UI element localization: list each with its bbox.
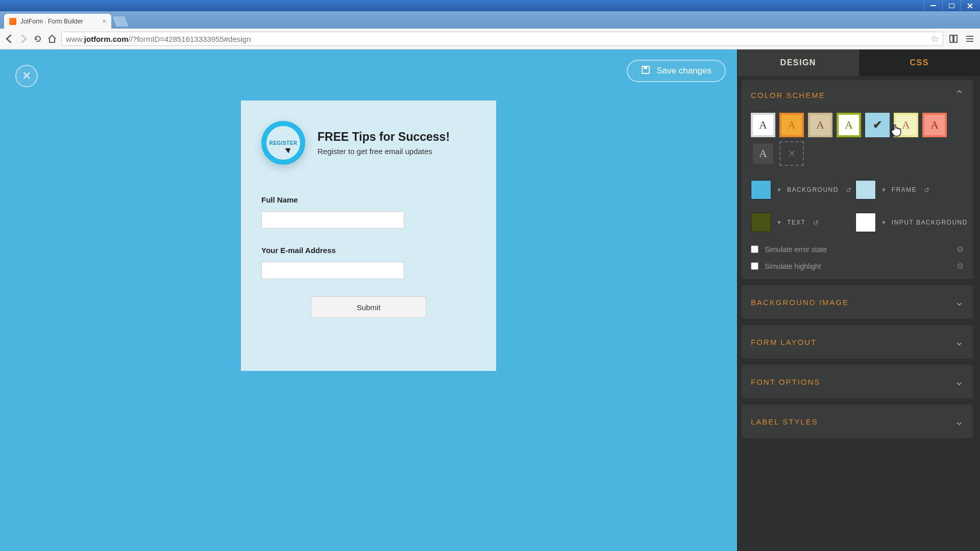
- menu-icon[interactable]: [964, 33, 976, 45]
- color-label: TEXT: [787, 219, 806, 226]
- tab-design[interactable]: DESIGN: [738, 49, 859, 76]
- form-preview-wrap: Feedback ✕ Save changes REGISTER FREE Ti…: [0, 49, 737, 551]
- submit-button[interactable]: Submit: [311, 296, 426, 318]
- bookmark-star-icon[interactable]: ☆: [930, 33, 939, 44]
- chevron-down-icon[interactable]: ▼: [776, 187, 782, 193]
- simulate-highlight-label: Simulate highlight: [765, 262, 950, 270]
- form-frame: REGISTER FREE Tips for Success! Register…: [241, 101, 496, 371]
- section-header-color-scheme[interactable]: COLOR SCHEME ⌃: [751, 88, 964, 102]
- color-scheme-swatch[interactable]: A: [894, 113, 918, 137]
- color-chip-background[interactable]: [751, 180, 771, 199]
- address-bar[interactable]: www.jotform.com//?formID=42851613333955#…: [61, 32, 943, 46]
- reload-button[interactable]: [33, 34, 43, 44]
- color-scheme-swatches: AAAAAAA✕: [751, 113, 964, 166]
- color-scheme-swatch[interactable]: A: [837, 113, 861, 137]
- chevron-up-icon: ⌃: [954, 88, 964, 102]
- close-designer-button[interactable]: ✕: [15, 65, 38, 87]
- color-scheme-swatch-selected[interactable]: [865, 113, 890, 137]
- color-input-bg-row: ▼ INPUT BACKGROUND: [855, 213, 968, 232]
- color-text-row: ▼ TEXT ↺: [751, 213, 851, 232]
- color-scheme-swatch[interactable]: A: [922, 113, 947, 137]
- tab-css[interactable]: CSS: [859, 49, 981, 76]
- color-chip-frame[interactable]: [855, 180, 876, 199]
- color-frame-row: ▼ FRAME ↺: [855, 180, 968, 199]
- chevron-down-icon[interactable]: ▼: [881, 187, 887, 193]
- save-changes-button[interactable]: Save changes: [627, 60, 726, 82]
- tab-close-icon[interactable]: ×: [102, 17, 106, 25]
- checkbox-simulate-error[interactable]: [751, 245, 758, 253]
- section-title: FORM LAYOUT: [751, 338, 817, 346]
- checkbox-simulate-highlight[interactable]: [751, 262, 758, 270]
- save-icon: [641, 65, 650, 77]
- field-email: Your E-mail Address: [261, 246, 476, 279]
- gear-icon[interactable]: ⚙: [957, 244, 964, 254]
- section-form-layout[interactable]: FORM LAYOUT ⌄: [742, 325, 973, 359]
- color-label: BACKGROUND: [787, 186, 839, 193]
- chevron-down-icon[interactable]: ▼: [776, 219, 782, 226]
- reset-icon[interactable]: ↺: [924, 186, 929, 194]
- back-button[interactable]: [4, 34, 14, 44]
- field-full-name: Full Name: [261, 195, 476, 229]
- section-font-options[interactable]: FONT OPTIONS ⌄: [742, 365, 973, 398]
- form-subtitle: Register to get free email updates: [317, 147, 450, 156]
- color-chip-text[interactable]: [751, 213, 771, 232]
- color-background-row: ▼ BACKGROUND ↺: [751, 180, 851, 199]
- url-host: jotform.com: [84, 35, 129, 43]
- color-label: FRAME: [892, 186, 917, 193]
- gear-icon[interactable]: ⚙: [957, 261, 964, 271]
- form-title: FREE Tips for Success!: [317, 130, 450, 144]
- home-button[interactable]: [47, 34, 57, 44]
- save-label: Save changes: [656, 66, 712, 76]
- simulate-error-row: Simulate error state ⚙: [751, 244, 964, 254]
- section-color-scheme: COLOR SCHEME ⌃ AAAAAAA✕ ▼ BACKGROUND ↺ ▼…: [742, 80, 973, 279]
- reset-icon[interactable]: ↺: [813, 219, 819, 227]
- color-controls: ▼ BACKGROUND ↺ ▼ FRAME ↺ ▼ TEXT ↺: [751, 180, 964, 232]
- url-prefix: www.: [66, 35, 84, 43]
- os-titlebar: [0, 0, 980, 11]
- simulate-error-label: Simulate error state: [765, 245, 950, 254]
- color-scheme-swatch[interactable]: A: [779, 113, 804, 137]
- window-minimize-button[interactable]: [924, 0, 942, 11]
- color-scheme-swatch[interactable]: A: [751, 113, 775, 137]
- new-tab-button[interactable]: [112, 16, 128, 27]
- reset-icon[interactable]: ↺: [846, 186, 851, 194]
- window-maximize-button[interactable]: [942, 0, 961, 11]
- form-preview-canvas[interactable]: ✕ Save changes REGISTER FREE Tips for Su…: [0, 49, 737, 551]
- color-scheme-swatch[interactable]: A: [808, 113, 832, 137]
- section-label-styles[interactable]: LABEL STYLES ⌄: [742, 405, 973, 438]
- form-header: REGISTER FREE Tips for Success! Register…: [261, 121, 476, 165]
- svg-rect-5: [644, 66, 647, 69]
- color-chip-input-bg[interactable]: [855, 213, 876, 232]
- register-badge: REGISTER: [261, 121, 305, 165]
- label-email: Your E-mail Address: [261, 246, 476, 255]
- color-label: INPUT BACKGROUND: [892, 219, 968, 226]
- section-title: BACKGROUND IMAGE: [751, 298, 849, 307]
- svg-rect-2: [950, 35, 953, 42]
- chevron-down-icon: ⌄: [954, 415, 964, 428]
- color-scheme-swatch[interactable]: A: [751, 141, 775, 166]
- label-full-name: Full Name: [261, 195, 476, 204]
- input-email[interactable]: [261, 262, 404, 279]
- svg-rect-1: [949, 4, 954, 8]
- extensions-icon[interactable]: [947, 33, 960, 45]
- app-content: Feedback ✕ Save changes REGISTER FREE Ti…: [0, 49, 980, 551]
- window-close-button[interactable]: [961, 0, 979, 11]
- register-badge-text: REGISTER: [269, 140, 297, 146]
- chevron-down-icon: ⌄: [954, 375, 964, 388]
- design-panel: DESIGN CSS COLOR SCHEME ⌃ AAAAAAA✕ ▼ BAC…: [737, 49, 980, 551]
- chevron-down-icon: ⌄: [954, 335, 964, 348]
- section-title: LABEL STYLES: [751, 417, 818, 426]
- chevron-down-icon[interactable]: ▼: [881, 219, 887, 226]
- panel-body[interactable]: COLOR SCHEME ⌃ AAAAAAA✕ ▼ BACKGROUND ↺ ▼…: [738, 76, 980, 551]
- forward-button[interactable]: [18, 34, 29, 44]
- section-background-image[interactable]: BACKGROUND IMAGE ⌄: [742, 285, 973, 319]
- tab-title: JotForm · Form Builder: [20, 18, 98, 25]
- input-full-name[interactable]: [261, 211, 404, 229]
- add-color-scheme-button[interactable]: ✕: [779, 141, 804, 166]
- url-rest: //?formID=42851613333955#design: [129, 35, 251, 43]
- chevron-down-icon: ⌄: [954, 295, 964, 309]
- svg-rect-3: [954, 35, 957, 42]
- browser-toolbar: www.jotform.com//?formID=42851613333955#…: [0, 29, 980, 49]
- section-title: FONT OPTIONS: [751, 378, 820, 386]
- browser-tab[interactable]: JotForm · Form Builder ×: [4, 14, 111, 29]
